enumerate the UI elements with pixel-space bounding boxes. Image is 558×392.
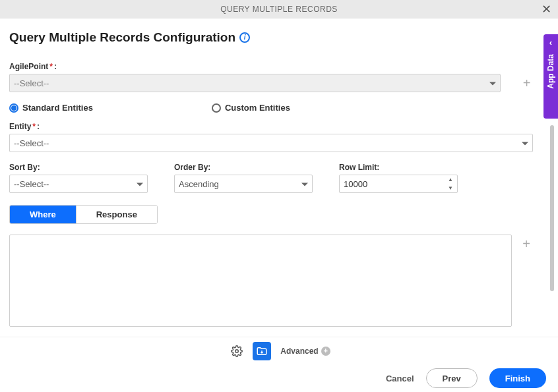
finish-button[interactable]: Finish [489, 368, 546, 388]
chevron-up-icon[interactable]: ▲ [448, 177, 456, 182]
advanced-toggle[interactable]: Advanced + [280, 347, 330, 356]
folder-export-icon[interactable] [253, 342, 271, 360]
page-title-text: Query Multiple Records Configuration [9, 30, 235, 45]
gear-icon[interactable] [228, 342, 246, 360]
add-agilepoint-button[interactable]: + [520, 74, 533, 92]
row-limit-input[interactable]: 10000 ▲ ▼ [339, 175, 458, 193]
radio-standard-entities[interactable]: Standard Entities [9, 103, 93, 113]
footer-action-row: Cancel Prev Finish [0, 364, 558, 392]
plus-circle-icon: + [321, 347, 330, 356]
close-icon[interactable]: ✕ [540, 2, 554, 16]
tab-response[interactable]: Response [76, 206, 157, 223]
entity-select[interactable]: --Select-- [9, 134, 533, 152]
footer-tool-row: Advanced + [0, 337, 558, 364]
row-limit-spinner[interactable]: ▲ ▼ [448, 175, 456, 192]
app-data-label: App Data [546, 50, 555, 93]
order-by-select[interactable]: Ascending [174, 175, 313, 193]
order-by-label: Order By: [174, 163, 313, 172]
radio-custom-entities[interactable]: Custom Entities [212, 103, 290, 113]
dialog-title: QUERY MULTIPLE RECORDS [220, 5, 338, 14]
sort-by-select[interactable]: --Select-- [9, 175, 148, 193]
vertical-scrollbar[interactable] [550, 125, 554, 291]
where-response-tabs: Where Response [9, 205, 158, 224]
where-clause-canvas[interactable] [9, 235, 512, 327]
chevron-down-icon[interactable]: ▼ [448, 186, 456, 191]
tab-where[interactable]: Where [10, 206, 76, 223]
svg-point-0 [235, 349, 239, 352]
entity-label: Entity *: [9, 122, 533, 131]
add-where-clause-button[interactable]: + [520, 235, 533, 327]
chevron-left-icon: ‹ [549, 34, 552, 50]
config-form: Query Multiple Records Configuration i A… [0, 18, 541, 337]
entity-type-radio-group: Standard Entities Custom Entities [9, 103, 533, 113]
agilepoint-select[interactable]: --Select-- [9, 74, 501, 92]
sort-by-label: Sort By: [9, 163, 148, 172]
app-data-side-tab[interactable]: ‹ App Data [543, 34, 558, 119]
page-title: Query Multiple Records Configuration i [9, 30, 250, 45]
info-icon[interactable]: i [239, 32, 250, 43]
agilepoint-label: AgilePoint *: [9, 62, 533, 71]
row-limit-label: Row Limit: [339, 163, 458, 172]
prev-button[interactable]: Prev [426, 368, 478, 388]
cancel-button[interactable]: Cancel [386, 374, 414, 383]
dialog-footer: Advanced + Cancel Prev Finish [0, 337, 558, 392]
title-bar: QUERY MULTIPLE RECORDS ✕ [0, 0, 558, 18]
